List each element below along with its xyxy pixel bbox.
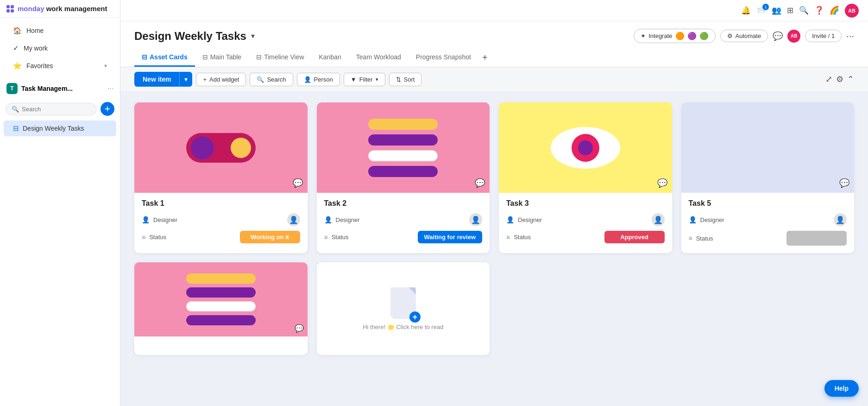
- card-comment-icon[interactable]: 💬: [293, 178, 303, 188]
- user-avatar[interactable]: AB: [845, 4, 859, 18]
- search-input[interactable]: [22, 106, 91, 113]
- filter-button[interactable]: ▼ Filter ▾: [344, 73, 385, 86]
- designer-label: Designer: [700, 216, 724, 223]
- card-title: Task 2: [324, 199, 483, 208]
- new-item-dropdown[interactable]: ▾: [179, 72, 192, 87]
- card-comment-icon[interactable]: 💬: [295, 324, 304, 333]
- card-comment-icon[interactable]: 💬: [839, 178, 849, 188]
- status-badge[interactable]: Approved: [604, 231, 665, 243]
- card-comment-icon[interactable]: 💬: [657, 178, 667, 188]
- board-item-design-weekly-tasks[interactable]: ⊟ Design Weekly Tasks: [4, 121, 116, 136]
- apps-icon[interactable]: ⊞: [787, 6, 793, 15]
- status-badge[interactable]: Working on it: [240, 231, 300, 243]
- card-designer-field: 👤 Designer 👤: [324, 213, 483, 226]
- help-button[interactable]: Help: [824, 380, 859, 397]
- card-add-file[interactable]: + Hi there! 🌟 Click here to read: [317, 262, 490, 355]
- help-icon[interactable]: ❓: [814, 6, 824, 15]
- card-task4-partial[interactable]: 💬: [134, 262, 308, 355]
- person-field-icon: 👤: [506, 216, 514, 223]
- card-title: Task 1: [142, 199, 300, 208]
- status-label: Status: [514, 234, 531, 241]
- person-avatar: 👤: [469, 213, 482, 226]
- plus-icon: +: [203, 76, 207, 83]
- card-thumbnail: 💬: [134, 102, 308, 193]
- sidebar-item-favorites[interactable]: ⭐ Favorites ▾: [4, 57, 116, 74]
- integrate-button[interactable]: ✦ Integrate 🟠🟣🟢: [634, 29, 715, 43]
- designer-label: Designer: [336, 216, 360, 223]
- title-chevron-icon[interactable]: ▾: [251, 32, 255, 40]
- search-wrap[interactable]: 🔍: [6, 103, 97, 115]
- card-status-field: ≡ Status Waiting for review: [324, 231, 483, 243]
- board-icon: ⊟: [13, 124, 19, 133]
- sidebar-item-home[interactable]: 🏠 Home: [4, 22, 116, 39]
- toggle-circle-purple: [191, 136, 214, 159]
- card-status-field: ≡ Status Working on it: [142, 231, 300, 243]
- sidebar-item-label: Home: [26, 27, 44, 34]
- person-avatar: 👤: [834, 213, 847, 226]
- card-body: Task 1 👤 Designer 👤 ≡ Status Working on …: [134, 193, 308, 251]
- person-field-icon: 👤: [142, 216, 150, 223]
- sort-button[interactable]: ⇅ Sort: [389, 73, 422, 86]
- add-widget-button[interactable]: + Add widget: [196, 73, 246, 86]
- status-label: Status: [149, 234, 166, 241]
- card-comment-icon[interactable]: 💬: [475, 178, 485, 188]
- card-task5[interactable]: 💬 Task 5 👤 Designer 👤 ≡ Status: [681, 102, 855, 253]
- settings-icon[interactable]: ⚙: [836, 74, 843, 84]
- fullscreen-icon[interactable]: ⤢: [825, 74, 832, 84]
- global-search-icon[interactable]: 🔍: [799, 6, 809, 15]
- card-task2[interactable]: 💬 Task 2 👤 Designer 👤 ≡ Status Waiting f…: [317, 102, 490, 253]
- person-avatar: 👤: [652, 213, 665, 226]
- invite-button[interactable]: Invite / 1: [805, 30, 842, 42]
- tab-team-workload[interactable]: Team Workload: [349, 49, 409, 67]
- designer-label: Designer: [518, 216, 542, 223]
- user-avatar-header[interactable]: AB: [787, 30, 800, 43]
- status-badge-empty[interactable]: [786, 231, 847, 246]
- status-field-icon: ≡: [142, 234, 145, 241]
- empty-card-slot2: [681, 262, 855, 355]
- workspace-name: Task Managem...: [21, 85, 104, 92]
- person-button[interactable]: 👤 Person: [297, 73, 340, 86]
- status-badge[interactable]: Waiting for review: [418, 231, 482, 243]
- card-task3[interactable]: 💬 Task 3 👤 Designer 👤 ≡ Status Approved: [499, 102, 672, 253]
- workspace-badge: T: [6, 83, 18, 94]
- notifications-icon[interactable]: 🔔: [741, 6, 751, 15]
- inbox-icon[interactable]: 📨 1: [756, 6, 766, 15]
- add-file-text: Hi there! 🌟 Click here to read: [355, 324, 451, 330]
- status-field-icon: ≡: [324, 234, 328, 241]
- logo: monday work management: [18, 5, 107, 13]
- page-header: Design Weekly Tasks ▾ ✦ Integrate 🟠🟣🟢 ⚙ …: [120, 21, 868, 67]
- tab-progress-snapshot[interactable]: Progress Snapshot: [409, 49, 478, 67]
- tab-asset-cards[interactable]: ⊟ Asset Cards: [134, 49, 195, 67]
- more-icon[interactable]: ···: [107, 84, 113, 93]
- add-button[interactable]: +: [101, 102, 114, 116]
- card-task1[interactable]: 💬 Task 1 👤 Designer 👤 ≡ Status Working o…: [134, 102, 308, 253]
- inbox-badge: 1: [762, 4, 769, 10]
- board-item-label: Design Weekly Tasks: [23, 125, 84, 132]
- card-body: Task 5 👤 Designer 👤 ≡ Status: [681, 193, 855, 253]
- tab-icon: ⊟: [202, 53, 208, 61]
- top-bar: monday work management: [0, 0, 120, 18]
- card-thumbnail: 💬: [317, 102, 490, 193]
- add-file-graphic: +: [390, 287, 416, 319]
- collapse-icon[interactable]: ⌃: [847, 74, 854, 84]
- sidebar-item-mywork[interactable]: ✓ My work: [4, 40, 116, 57]
- card-thumbnail: 💬: [134, 262, 308, 336]
- search-button[interactable]: 🔍 Search: [250, 73, 293, 86]
- status-label: Status: [696, 235, 713, 242]
- apps-colorful-icon[interactable]: 🌈: [830, 6, 839, 15]
- toolbar: New item ▾ + Add widget 🔍 Search 👤 Perso…: [120, 67, 868, 91]
- automate-button[interactable]: ⚙ Automate: [720, 30, 768, 42]
- comment-icon[interactable]: 💬: [773, 31, 783, 41]
- toggle-circle-yellow: [231, 138, 251, 158]
- tab-timeline[interactable]: ⊟ Timeline View: [249, 49, 311, 67]
- workspace-row[interactable]: T Task Managem... ···: [0, 79, 120, 98]
- tab-kanban[interactable]: Kanban: [312, 49, 349, 67]
- new-item-button[interactable]: New item: [134, 72, 179, 87]
- more-options-icon[interactable]: ···: [846, 31, 854, 41]
- tab-main-table[interactable]: ⊟ Main Table: [195, 49, 249, 67]
- card-status-field: ≡ Status: [689, 231, 847, 246]
- add-tab-icon[interactable]: +: [478, 52, 491, 63]
- checkmark-icon: ✓: [13, 44, 19, 52]
- empty-card-slot: [499, 262, 672, 355]
- people-icon[interactable]: 👥: [772, 6, 781, 15]
